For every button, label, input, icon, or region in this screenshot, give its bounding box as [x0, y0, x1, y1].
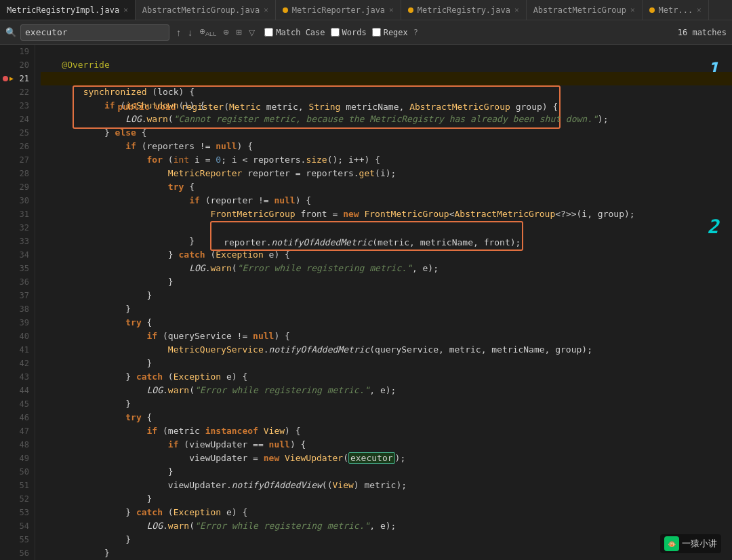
- help-icon[interactable]: ?: [413, 28, 418, 37]
- code-line-41: MetricQueryService.notifyOfAddedMetric(q…: [41, 343, 732, 357]
- find-all-button[interactable]: ⊕ALL: [197, 26, 219, 39]
- line-55: 55: [0, 533, 35, 546]
- tab-label: AbstractMetricGroup.java: [142, 5, 260, 15]
- close-icon[interactable]: ✕: [123, 5, 128, 14]
- line-37: 37: [0, 289, 35, 302]
- code-line-39: try {: [41, 316, 732, 329]
- code-line-27: for (int i = 0; i < reporters.size(); i+…: [41, 153, 732, 167]
- search-input[interactable]: [25, 27, 140, 37]
- tab-abstractmetricgroup2[interactable]: AbstractMetricGroup ✕: [527, 0, 643, 20]
- line-51: 51: [0, 479, 35, 492]
- code-line-46: try {: [41, 411, 732, 424]
- tab-bar: MetricRegistryImpl.java ✕ AbstractMetric…: [0, 0, 732, 20]
- search-icon: 🔍: [5, 27, 16, 37]
- wechat-icon: 🐵: [664, 536, 679, 551]
- warn-dot: [649, 7, 655, 13]
- line-19: 19: [0, 45, 35, 58]
- line-22: 22: [0, 85, 35, 99]
- tab-metr[interactable]: Metr... ✕: [643, 0, 709, 20]
- tab-label: MetricRegistry.java: [418, 5, 510, 15]
- words-checkbox[interactable]: [331, 28, 340, 37]
- code-line-43: } catch (Exception e) {: [41, 370, 732, 384]
- search-input-box[interactable]: [20, 24, 169, 41]
- code-line-53: } catch (Exception e) {: [41, 506, 732, 519]
- line-31: 31: [0, 207, 35, 221]
- close-icon[interactable]: ✕: [697, 5, 702, 14]
- code-line-40: if (queryService != null) {: [41, 329, 732, 343]
- code-line-29: try {: [41, 180, 732, 194]
- code-line-52: }: [41, 492, 732, 506]
- words-option[interactable]: Words: [331, 28, 367, 37]
- line-53: 53: [0, 506, 35, 519]
- close-icon[interactable]: ✕: [389, 5, 394, 14]
- code-line-28: MetricReporter reporter = reporters.get(…: [41, 167, 732, 180]
- code-line-47: if (metric instanceof View) {: [41, 424, 732, 438]
- add-cursor-button[interactable]: ⊕: [220, 26, 232, 38]
- code-line-25: } else {: [41, 126, 732, 140]
- line-44: 44: [0, 384, 35, 397]
- match-count: 16 matches: [678, 28, 727, 37]
- watermark-label: 一猿小讲: [682, 538, 717, 550]
- code-line-31: FrontMetricGroup front = new FrontMetric…: [41, 207, 732, 221]
- line-41: 41: [0, 343, 35, 357]
- tab-label: MetricRegistryImpl.java: [7, 5, 119, 15]
- line-23: 23: [0, 99, 35, 113]
- code-line-51: viewUpdater.notifyOfAddedView((View) met…: [41, 479, 732, 492]
- editor: 19 20 21 22 23 24 25 26 27 28 29 30 31 3…: [0, 45, 732, 560]
- search-options: Match Case Words Regex ?: [264, 28, 418, 37]
- line-34: 34: [0, 248, 35, 262]
- code-content: 1 2 @Override public void register(Metri…: [35, 45, 732, 560]
- code-line-44: LOG.warn("Error while registering metric…: [41, 384, 732, 397]
- code-line-30: if (reporter != null) {: [41, 194, 732, 207]
- line-gutter: 19 20 21 22 23 24 25 26 27 28 29 30 31 3…: [0, 45, 35, 560]
- line-33: 33: [0, 235, 35, 248]
- code-line-33: }: [41, 235, 732, 248]
- close-icon[interactable]: ✕: [514, 5, 519, 14]
- line-50: 50: [0, 465, 35, 479]
- code-line-20: @Override: [41, 58, 732, 72]
- prev-result-button[interactable]: ↑: [174, 26, 184, 39]
- filter-button[interactable]: ▽: [246, 26, 258, 39]
- line-32: 32: [0, 221, 35, 235]
- regex-option[interactable]: Regex: [372, 28, 408, 37]
- tab-metricregistry[interactable]: MetricRegistry.java ✕: [401, 0, 527, 20]
- tab-abstractmetricgroup[interactable]: AbstractMetricGroup.java ✕: [136, 0, 276, 20]
- line-24: 24: [0, 113, 35, 126]
- warn-dot: [408, 7, 413, 13]
- tab-metricreporter[interactable]: MetricReporter.java ✕: [276, 0, 401, 20]
- tab-label: MetricReporter.java: [292, 5, 385, 15]
- next-result-button[interactable]: ↓: [185, 26, 195, 39]
- regex-checkbox[interactable]: [372, 28, 381, 37]
- code-line-22: synchronized (lock) {: [41, 85, 732, 99]
- code-line-26: if (reporters != null) {: [41, 140, 732, 153]
- code-line-38: }: [41, 302, 732, 316]
- line-36: 36: [0, 275, 35, 289]
- match-case-checkbox[interactable]: [264, 28, 273, 37]
- line-28: 28: [0, 167, 35, 180]
- tab-metricregistryimpl[interactable]: MetricRegistryImpl.java ✕: [0, 0, 136, 20]
- tab-label: AbstractMetricGroup: [533, 5, 626, 15]
- code-line-23: if (isShutdown()) {: [41, 99, 732, 113]
- match-case-label: Match Case: [276, 28, 325, 37]
- close-icon[interactable]: ✕: [264, 5, 268, 14]
- code-line-32: reporter.notifyOfAddedMetric(metric, met…: [41, 221, 732, 235]
- code-line-42: }: [41, 357, 732, 370]
- search-bar: 🔍 ↑ ↓ ⊕ALL ⊕ ⊞ ▽ Match Case Words Regex …: [0, 20, 732, 45]
- code-line-55: }: [41, 533, 732, 546]
- code-line-34: } catch (Exception e) {: [41, 248, 732, 262]
- line-49: 49: [0, 452, 35, 465]
- line-27: 27: [0, 153, 35, 167]
- multiline-button[interactable]: ⊞: [233, 26, 245, 38]
- line-56: 56: [0, 546, 35, 560]
- code-line-50: }: [41, 465, 732, 479]
- line-25: 25: [0, 126, 35, 140]
- line-20: 20: [0, 58, 35, 72]
- line-39: 39: [0, 316, 35, 329]
- line-30: 30: [0, 194, 35, 207]
- code-line-49: viewUpdater = new ViewUpdater(executor);: [41, 452, 732, 465]
- match-case-option[interactable]: Match Case: [264, 28, 325, 37]
- close-icon[interactable]: ✕: [630, 5, 635, 14]
- regex-label: Regex: [384, 28, 408, 37]
- code-line-56: }: [41, 546, 732, 560]
- line-40: 40: [0, 329, 35, 343]
